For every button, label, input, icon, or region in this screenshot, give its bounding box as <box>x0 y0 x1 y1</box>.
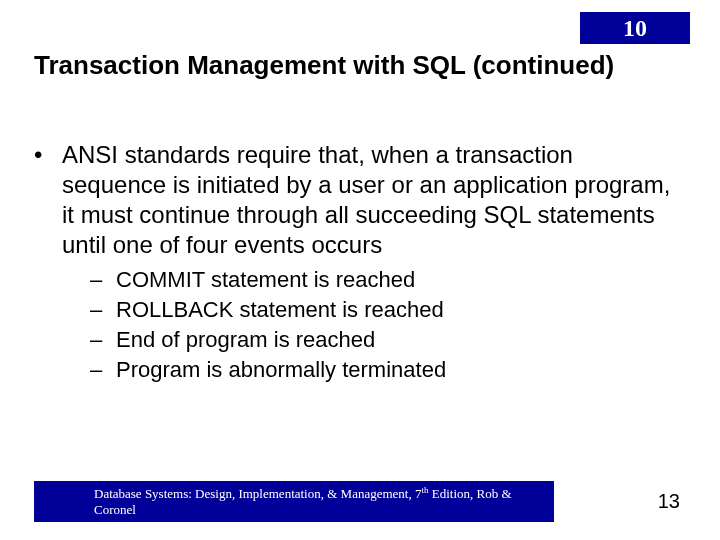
dash-marker: – <box>90 296 116 324</box>
slide-title: Transaction Management with SQL (continu… <box>34 50 614 81</box>
sub-bullet-text: End of program is reached <box>116 326 375 354</box>
sub-bullet-text: Program is abnormally terminated <box>116 356 446 384</box>
dash-marker: – <box>90 266 116 294</box>
sub-bullet-list: – COMMIT statement is reached – ROLLBACK… <box>90 266 680 384</box>
sub-bullet: – End of program is reached <box>90 326 680 354</box>
bullet-marker: • <box>34 140 62 170</box>
sub-bullet: – Program is abnormally terminated <box>90 356 680 384</box>
page-number: 13 <box>658 490 690 513</box>
chapter-number-badge: 10 <box>580 12 690 44</box>
bullet-level-1: • ANSI standards require that, when a tr… <box>34 140 680 260</box>
dash-marker: – <box>90 326 116 354</box>
sub-bullet: – COMMIT statement is reached <box>90 266 680 294</box>
sub-bullet: – ROLLBACK statement is reached <box>90 296 680 324</box>
dash-marker: – <box>90 356 116 384</box>
footer-text-prefix: Database Systems: Design, Implementation… <box>94 486 421 501</box>
content-area: • ANSI standards require that, when a tr… <box>34 140 680 386</box>
bullet-text: ANSI standards require that, when a tran… <box>62 140 680 260</box>
footer: Database Systems: Design, Implementation… <box>34 481 690 522</box>
sub-bullet-text: COMMIT statement is reached <box>116 266 415 294</box>
sub-bullet-text: ROLLBACK statement is reached <box>116 296 444 324</box>
footer-citation: Database Systems: Design, Implementation… <box>34 481 554 522</box>
